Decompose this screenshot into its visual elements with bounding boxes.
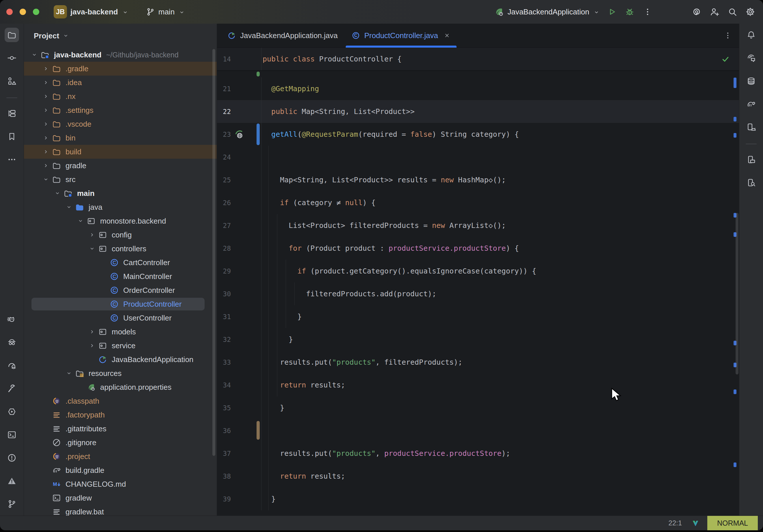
chevron-collapsed-icon[interactable]: [41, 105, 51, 115]
tree-item--idea[interactable]: .idea: [24, 75, 217, 89]
run-configuration-widget[interactable]: JavaBackendApplication: [489, 4, 605, 20]
tree-item--factorypath[interactable]: .factorypath: [24, 408, 217, 422]
tree-item--gradle[interactable]: .gradle: [24, 62, 217, 75]
chevron-expanded-icon[interactable]: [64, 202, 74, 212]
project-tree-scrollbar[interactable]: [212, 49, 215, 456]
code-line-29[interactable]: 29 if (product.getCategory().equalsIgnor…: [217, 260, 739, 282]
build-hammer-icon[interactable]: [5, 381, 19, 396]
notifications-icon[interactable]: [744, 28, 758, 42]
terminal-icon[interactable]: [5, 428, 19, 442]
tab-javabackendapplication-java[interactable]: JavaBackendApplication.java: [220, 24, 345, 47]
tree-item-javabackendapplication[interactable]: JavaBackendApplication: [24, 353, 217, 367]
add-user-icon[interactable]: [708, 5, 721, 19]
tree-item-src[interactable]: src: [24, 172, 217, 186]
tree-item-monostore-backend[interactable]: monostore.backend: [24, 214, 217, 228]
editor-scrollbar[interactable]: [736, 213, 738, 374]
git-branch-icon[interactable]: [5, 497, 19, 511]
code-line-34[interactable]: 34 return results;: [217, 373, 739, 396]
chevron-expanded-icon[interactable]: [64, 368, 74, 378]
chevron-collapsed-icon[interactable]: [87, 230, 97, 240]
tree-item-maincontroller[interactable]: CMainController: [24, 269, 217, 283]
more-horizontal-icon[interactable]: [5, 152, 19, 167]
chevron-collapsed-icon[interactable]: [41, 147, 51, 157]
chevron-expanded-icon[interactable]: [41, 174, 51, 185]
code-line-26[interactable]: 26 if (category ≠ null) {: [217, 191, 739, 214]
debug-button[interactable]: [623, 5, 637, 19]
chevron-expanded-icon[interactable]: [87, 244, 97, 254]
profiler-icon[interactable]: [5, 358, 19, 373]
tree-item-java-backend[interactable]: java-backend~/Github/java-backend: [24, 48, 217, 62]
project-icon[interactable]: [5, 28, 19, 42]
tree-item-ordercontroller[interactable]: COrderController: [24, 283, 217, 297]
database-icon[interactable]: [744, 74, 758, 88]
tree-item-changelog-md[interactable]: MCHANGELOG.md: [24, 477, 217, 491]
code-line-23[interactable]: 23 getAll(@RequestParam(required = false…: [217, 123, 739, 146]
code-line-28[interactable]: 28 for (Product product : productService…: [217, 237, 739, 260]
incognito-icon[interactable]: [5, 335, 19, 350]
code-line-39[interactable]: 39 }: [217, 487, 739, 510]
tree-item-service[interactable]: service: [24, 339, 217, 353]
chevron-collapsed-icon[interactable]: [41, 63, 51, 74]
tree-item--project[interactable]: .project: [24, 450, 217, 463]
settings-gear-icon[interactable]: [743, 5, 757, 19]
search-icon[interactable]: [725, 5, 739, 19]
code-line-21[interactable]: 21 @GetMapping: [217, 77, 739, 100]
structure-icon[interactable]: [5, 74, 19, 88]
code-line-35[interactable]: 35 }: [217, 396, 739, 419]
project-widget[interactable]: JB java-backend: [49, 4, 134, 20]
tree-item-controllers[interactable]: controllers: [24, 242, 217, 256]
code-line-27[interactable]: 27 List<Product> filteredProducts = new …: [217, 214, 739, 237]
code-line-31[interactable]: 31 }: [217, 305, 739, 328]
vcs-change-marker-modified[interactable]: [257, 421, 260, 440]
tree-item-gradlew-bat[interactable]: gradlew.bat: [24, 505, 217, 516]
caret-position[interactable]: 22:1: [668, 519, 682, 527]
minimize-window-button[interactable]: [20, 9, 26, 15]
device-window-icon[interactable]: [744, 152, 758, 167]
ideavim-icon[interactable]: [691, 519, 700, 527]
ai-cat-icon[interactable]: [5, 312, 19, 327]
chevron-collapsed-icon[interactable]: [41, 119, 51, 129]
warnings-icon[interactable]: [5, 474, 19, 488]
vcs-branch-widget[interactable]: main: [141, 4, 190, 20]
close-tab-icon[interactable]: [443, 32, 451, 39]
tree-item-productcontroller[interactable]: CProductController: [24, 297, 217, 311]
tree-item-build[interactable]: build: [24, 145, 217, 159]
editor-options-kebab-icon[interactable]: [723, 31, 732, 40]
code-editor[interactable]: 21 @GetMapping22 public Map<String, List…: [217, 71, 739, 516]
tree-item--vscode[interactable]: .vscode: [24, 117, 217, 131]
tree-item-cartcontroller[interactable]: CCartController: [24, 256, 217, 269]
code-line-36[interactable]: 36: [217, 419, 739, 442]
tree-item--settings[interactable]: .settings: [24, 103, 217, 117]
tree-item-bin[interactable]: bin: [24, 131, 217, 145]
tree-item-config[interactable]: config: [24, 228, 217, 242]
chevron-collapsed-icon[interactable]: [41, 160, 51, 171]
gradle-icon[interactable]: [744, 97, 758, 111]
vcs-change-marker-added[interactable]: [257, 71, 260, 76]
chevron-collapsed-icon[interactable]: [41, 77, 51, 88]
tree-item-application-properties[interactable]: application.properties: [24, 380, 217, 394]
tree-item-resources[interactable]: resources: [24, 367, 217, 380]
chevron-collapsed-icon[interactable]: [87, 341, 97, 351]
device-explorer-icon[interactable]: [744, 175, 758, 190]
vcs-change-marker-modified[interactable]: [257, 124, 260, 145]
tree-item-java[interactable]: java: [24, 200, 217, 214]
chevron-expanded-icon[interactable]: [29, 50, 40, 60]
ai-chat-icon[interactable]: [744, 51, 758, 65]
problems-icon[interactable]: [5, 451, 19, 465]
chevron-collapsed-icon[interactable]: [41, 91, 51, 102]
chevron-collapsed-icon[interactable]: [87, 327, 97, 337]
tree-item--nx[interactable]: .nx: [24, 89, 217, 103]
tree-item-models[interactable]: models: [24, 325, 217, 339]
more-actions-button[interactable]: [641, 5, 654, 19]
tree-item--gitignore[interactable]: .gitignore: [24, 436, 217, 450]
code-line-32[interactable]: 32 }: [217, 328, 739, 351]
commit-icon[interactable]: [5, 51, 19, 65]
maximize-window-button[interactable]: [33, 9, 39, 15]
tree-item-gradlew[interactable]: gradlew: [24, 491, 217, 505]
code-line-30[interactable]: 30 filteredProducts.add(product);: [217, 282, 739, 305]
close-window-button[interactable]: [6, 9, 13, 15]
ai-assistant-icon[interactable]: [690, 5, 704, 19]
code-line-38[interactable]: 38 return results;: [217, 465, 739, 487]
build-tree-icon[interactable]: [5, 106, 19, 121]
services-icon[interactable]: [5, 404, 19, 419]
